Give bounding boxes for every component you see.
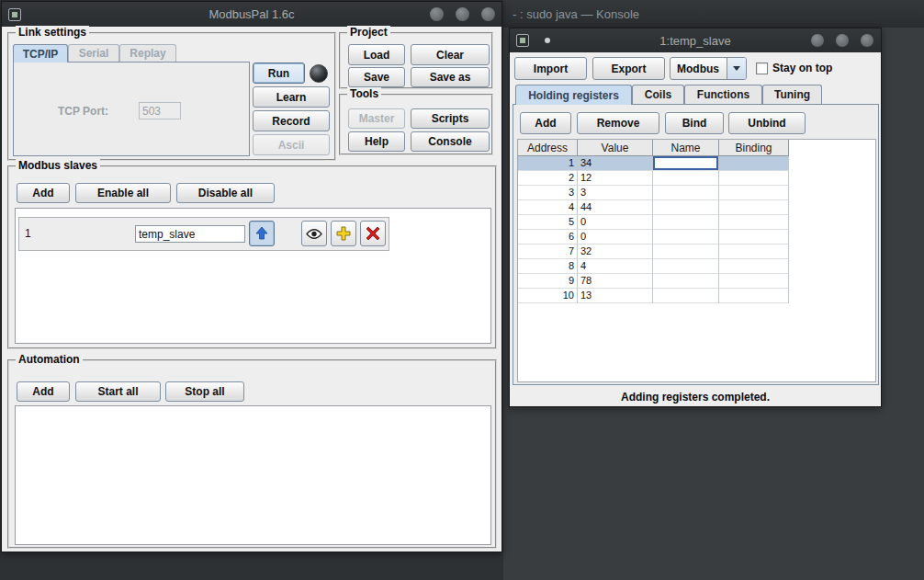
- cell-value[interactable]: 0: [578, 215, 653, 230]
- cell-name[interactable]: [653, 245, 719, 259]
- cell-value[interactable]: 0: [578, 230, 653, 245]
- cell-name[interactable]: [653, 259, 719, 274]
- bind-button[interactable]: Bind: [665, 112, 724, 134]
- enable-all-button[interactable]: Enable all: [75, 183, 171, 203]
- cell-address[interactable]: 6: [518, 230, 578, 245]
- cell-value[interactable]: 32: [578, 245, 653, 259]
- column-header-value[interactable]: Value: [578, 140, 653, 156]
- scripts-button[interactable]: Scripts: [411, 108, 490, 129]
- clear-button[interactable]: Clear: [411, 44, 490, 65]
- stay-on-top-checkbox[interactable]: [756, 63, 768, 74]
- slave-maximize-button[interactable]: [836, 34, 849, 47]
- slaves-add-button[interactable]: Add: [17, 183, 70, 203]
- console-button[interactable]: Console: [411, 131, 490, 152]
- cell-binding[interactable]: [719, 156, 789, 171]
- cell-address[interactable]: 9: [518, 274, 578, 289]
- slave-delete-button[interactable]: [360, 221, 386, 246]
- cell-name[interactable]: [653, 274, 719, 289]
- cell-name[interactable]: [653, 289, 719, 303]
- load-button[interactable]: Load: [348, 44, 405, 65]
- slave-row[interactable]: 1: [18, 217, 389, 251]
- tab-serial[interactable]: Serial: [68, 44, 119, 62]
- cell-binding[interactable]: [719, 186, 789, 200]
- learn-button[interactable]: Learn: [253, 86, 330, 108]
- cell-value[interactable]: 3: [578, 186, 653, 200]
- cell-binding[interactable]: [719, 259, 789, 274]
- combo-arrow-button[interactable]: [727, 58, 746, 79]
- minimize-button[interactable]: [430, 7, 444, 21]
- table-row[interactable]: 8 4: [518, 259, 875, 274]
- unbind-button[interactable]: Unbind: [728, 112, 806, 134]
- cell-address[interactable]: 10: [518, 289, 578, 303]
- tab-tcpip[interactable]: TCP/IP: [13, 44, 68, 63]
- table-row[interactable]: 1 34: [518, 156, 875, 171]
- automation-add-button[interactable]: Add: [17, 381, 70, 402]
- help-button[interactable]: Help: [348, 131, 405, 152]
- slave-titlebar[interactable]: 1:temp_slave: [510, 28, 881, 52]
- slave-close-button[interactable]: [861, 34, 873, 47]
- slave-toggle-button[interactable]: [249, 221, 275, 246]
- registers-add-button[interactable]: Add: [520, 112, 571, 134]
- column-header-address[interactable]: Address: [518, 140, 578, 156]
- column-header-name[interactable]: Name: [653, 140, 719, 156]
- tab-replay[interactable]: Replay: [119, 44, 176, 62]
- cell-name[interactable]: [653, 230, 719, 245]
- konsole-titlebar[interactable]: - : sudo java — Konsole: [503, 0, 924, 28]
- cell-address[interactable]: 7: [518, 245, 578, 259]
- cell-name[interactable]: [653, 200, 719, 215]
- cell-value[interactable]: 13: [578, 289, 653, 303]
- cell-address[interactable]: 8: [518, 259, 578, 274]
- modbuspal-titlebar[interactable]: ModbusPal 1.6c: [2, 2, 501, 27]
- slave-minimize-button[interactable]: [811, 34, 824, 47]
- cell-address[interactable]: 1: [518, 156, 578, 171]
- table-row[interactable]: 7 32: [518, 245, 875, 259]
- tab-functions[interactable]: Functions: [684, 85, 762, 104]
- import-button[interactable]: Import: [514, 57, 587, 80]
- cell-binding[interactable]: [719, 215, 789, 230]
- table-row[interactable]: 3 3: [518, 186, 875, 200]
- close-button[interactable]: [481, 7, 495, 21]
- slave-eye-button[interactable]: [301, 221, 327, 246]
- cell-binding[interactable]: [719, 230, 789, 245]
- disable-all-button[interactable]: Disable all: [176, 183, 275, 203]
- table-row[interactable]: 9 78: [518, 274, 875, 289]
- table-row[interactable]: 2 12: [518, 171, 875, 186]
- tcp-port-input[interactable]: [139, 102, 181, 119]
- cell-address[interactable]: 5: [518, 215, 578, 230]
- cell-value[interactable]: 34: [578, 156, 653, 171]
- record-button[interactable]: Record: [253, 110, 330, 131]
- cell-address[interactable]: 3: [518, 186, 578, 200]
- master-button[interactable]: Master: [348, 108, 405, 129]
- start-all-button[interactable]: Start all: [75, 381, 161, 402]
- export-button[interactable]: Export: [592, 57, 665, 80]
- run-button[interactable]: Run: [253, 63, 305, 84]
- cell-name[interactable]: [653, 171, 719, 186]
- cell-binding[interactable]: [719, 245, 789, 259]
- cell-name[interactable]: [653, 186, 719, 200]
- cell-value[interactable]: 12: [578, 171, 653, 186]
- slave-name-input[interactable]: [135, 225, 245, 243]
- cell-name[interactable]: [653, 156, 719, 171]
- save-as-button[interactable]: Save as: [411, 67, 490, 87]
- remove-button[interactable]: Remove: [577, 112, 659, 134]
- cell-binding[interactable]: [719, 200, 789, 215]
- modbus-combobox[interactable]: Modbus: [670, 57, 747, 80]
- table-row[interactable]: 10 13: [518, 289, 875, 303]
- cell-binding[interactable]: [719, 171, 789, 186]
- cell-name[interactable]: [653, 215, 719, 230]
- cell-value[interactable]: 44: [578, 200, 653, 215]
- cell-value[interactable]: 4: [578, 259, 653, 274]
- tab-holding-registers[interactable]: Holding registers: [515, 85, 632, 105]
- table-row[interactable]: 6 0: [518, 230, 875, 245]
- slave-plus-button[interactable]: [331, 221, 356, 246]
- stop-all-button[interactable]: Stop all: [165, 381, 244, 402]
- cell-binding[interactable]: [719, 289, 789, 303]
- ascii-button[interactable]: Ascii: [253, 134, 330, 155]
- table-row[interactable]: 5 0: [518, 215, 875, 230]
- cell-address[interactable]: 4: [518, 200, 578, 215]
- cell-binding[interactable]: [719, 274, 789, 289]
- cell-address[interactable]: 2: [518, 171, 578, 186]
- cell-value[interactable]: 78: [578, 274, 653, 289]
- maximize-button[interactable]: [456, 7, 469, 21]
- tab-coils[interactable]: Coils: [632, 85, 684, 104]
